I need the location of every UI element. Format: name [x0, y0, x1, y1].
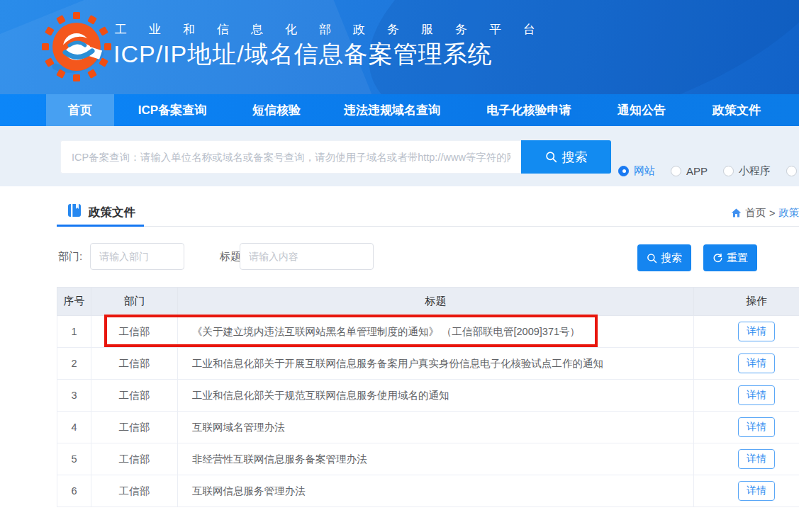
cell-no: 4: [57, 412, 91, 443]
cell-no: 3: [57, 380, 91, 412]
filter-reset-button[interactable]: 重置: [703, 244, 757, 271]
detail-button[interactable]: 详情: [738, 449, 775, 469]
cell-no: 1: [57, 316, 91, 348]
platform-name: 工业和信息化部政务服务平台: [115, 21, 557, 38]
dept-filter-input[interactable]: [90, 243, 184, 270]
nav-item-icp-query[interactable]: ICP备案查询: [114, 94, 230, 126]
radio-selected-icon: [618, 166, 629, 176]
main-nav: 首页 ICP备案查询 短信核验 违法违规域名查询 电子化核验申请 通知公告 政策…: [0, 94, 799, 126]
refresh-icon: [713, 253, 723, 264]
cell-dept: 工信部: [91, 412, 178, 443]
detail-button[interactable]: 详情: [738, 353, 775, 373]
detail-button[interactable]: 详情: [738, 385, 775, 405]
table-row: 2 工信部 工业和信息化部关于开展互联网信息服务备案用户真实身份信息电子化核验试…: [57, 348, 799, 380]
table-row: 3 工信部 工业和信息化部关于规范互联网信息服务使用域名的通知 详情: [57, 380, 799, 412]
icp-search-button-label: 搜索: [562, 149, 588, 166]
filter-reset-label: 重置: [727, 251, 748, 265]
policy-table: 序号 部门 标题 操作 1 工信部 《关于建立境内违法互联网站黑名单管理制度的通…: [57, 287, 799, 507]
home-icon: [731, 208, 742, 218]
radio-miniprogram[interactable]: 小程序: [723, 164, 771, 178]
radio-unselected-icon: [723, 166, 734, 176]
active-tab-underline: [57, 225, 144, 227]
search-type-radios: 网站 APP 小程序 快应用: [618, 162, 799, 180]
cell-no: 5: [57, 443, 91, 475]
table-header-row: 序号 部门 标题 操作: [57, 288, 799, 316]
breadcrumb-separator: >: [769, 208, 775, 219]
detail-button[interactable]: 详情: [738, 322, 775, 341]
cell-no: 6: [57, 475, 91, 507]
filter-search-label: 搜索: [661, 251, 682, 265]
cell-title: 工业和信息化部关于开展互联网信息服务备案用户真实身份信息电子化核验试点工作的通知: [178, 348, 694, 380]
radio-unselected-icon: [786, 166, 797, 176]
col-header-action: 操作: [694, 288, 799, 316]
nav-item-sms-verify[interactable]: 短信核验: [230, 94, 323, 126]
icp-search-input[interactable]: [60, 140, 521, 174]
detail-button[interactable]: 详情: [738, 417, 775, 437]
filter-search-button[interactable]: 搜索: [637, 244, 691, 271]
breadcrumb-current[interactable]: 政策文件: [778, 206, 799, 220]
radio-app[interactable]: APP: [671, 165, 708, 177]
cell-title: 互联网域名管理办法: [178, 412, 694, 443]
table-row: 5 工信部 非经营性互联网信息服务备案管理办法 详情: [57, 443, 799, 475]
cell-title: 工业和信息化部关于规范互联网信息服务使用域名的通知: [178, 380, 694, 412]
radio-quickapp[interactable]: 快应用: [786, 164, 799, 178]
cell-dept: 工信部: [91, 443, 178, 475]
title-filter-input[interactable]: [240, 243, 374, 270]
cell-dept: 工信部: [91, 348, 178, 380]
nav-item-illegal-domain-query[interactable]: 违法违规域名查询: [323, 94, 462, 126]
section-title: 政策文件: [89, 205, 135, 220]
nav-item-e-verification[interactable]: 电子化核验申请: [462, 94, 596, 126]
nav-item-policy-files[interactable]: 政策文件: [687, 94, 786, 126]
cell-title: 非经营性互联网信息服务备案管理办法: [178, 443, 694, 475]
radio-unselected-icon: [671, 166, 681, 176]
cell-title: 《关于建立境内违法互联网站黑名单管理制度的通知》 （工信部联电管[2009]37…: [178, 316, 694, 348]
section-divider: [144, 226, 799, 227]
site-header: 工业和信息化部政务服务平台 ICP/IP地址/域名信息备案管理系统: [0, 0, 799, 94]
policy-book-icon: [67, 203, 82, 217]
col-header-no: 序号: [57, 288, 91, 316]
nav-item-notices[interactable]: 通知公告: [596, 94, 687, 126]
breadcrumb: 首页 > 政策文件: [731, 206, 799, 220]
radio-app-label: APP: [686, 165, 708, 177]
search-icon: [647, 253, 657, 264]
col-header-title: 标题: [178, 288, 694, 316]
cell-dept: 工信部: [91, 380, 178, 412]
dept-filter-label: 部门:: [58, 250, 82, 264]
radio-miniprogram-label: 小程序: [739, 164, 771, 178]
cell-dept: 工信部: [91, 475, 178, 507]
table-row: 1 工信部 《关于建立境内违法互联网站黑名单管理制度的通知》 （工信部联电管[2…: [57, 316, 799, 348]
detail-button[interactable]: 详情: [738, 481, 775, 501]
table-row: 4 工信部 互联网域名管理办法 详情: [57, 412, 799, 443]
miit-e-gear-logo: [41, 11, 112, 82]
icp-search-button[interactable]: 搜索: [521, 140, 611, 174]
radio-website[interactable]: 网站: [618, 164, 655, 178]
search-icon: [545, 151, 557, 163]
cell-dept: 工信部: [91, 316, 178, 348]
cell-title: 互联网信息服务管理办法: [178, 475, 694, 507]
cell-no: 2: [57, 348, 91, 380]
table-row: 6 工信部 互联网信息服务管理办法 详情: [57, 475, 799, 507]
system-title: ICP/IP地址/域名信息备案管理系统: [113, 38, 493, 71]
radio-website-label: 网站: [634, 164, 655, 178]
breadcrumb-home[interactable]: 首页: [745, 206, 766, 220]
col-header-dept: 部门: [91, 288, 178, 316]
nav-item-home[interactable]: 首页: [46, 94, 114, 126]
